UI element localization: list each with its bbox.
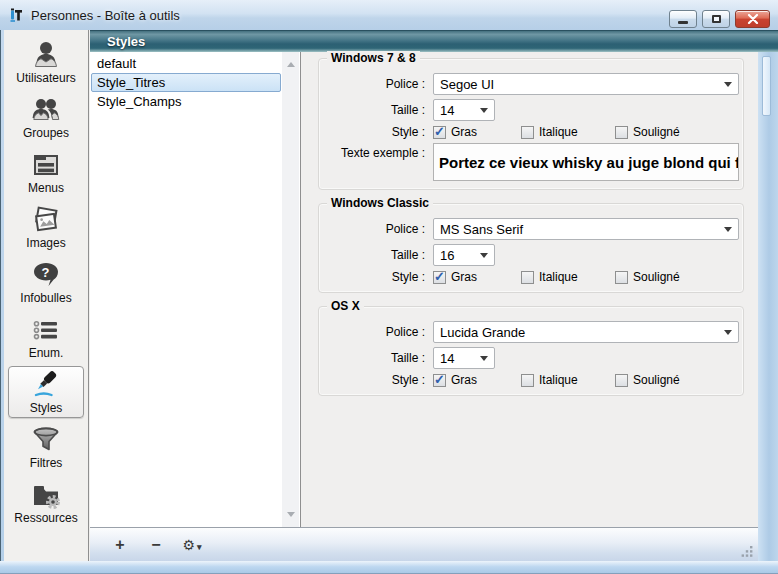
- taille-select[interactable]: 14: [433, 99, 495, 121]
- chevron-down-icon: [724, 227, 732, 236]
- police-select[interactable]: MS Sans Serif: [433, 218, 739, 240]
- client-area: Utilisateurs Groupes: [4, 30, 758, 561]
- checkbox-icon: [615, 126, 628, 139]
- style-editor: Windows 7 & 8 Police : Segoe UI Taille :…: [302, 52, 758, 527]
- sidebar-item-label: Ressources: [14, 511, 77, 525]
- scrollbar-down-button[interactable]: [282, 508, 299, 525]
- sidebar: Utilisateurs Groupes: [4, 30, 89, 561]
- police-label: Police :: [329, 77, 425, 91]
- chevron-down-icon: [724, 330, 732, 339]
- sidebar-item-groupes[interactable]: Groupes: [8, 91, 84, 143]
- header-edge-cap: [758, 30, 778, 52]
- taille-select[interactable]: 16: [433, 244, 495, 266]
- checkbox-icon: [521, 374, 534, 387]
- checkbox-souligne[interactable]: Souligné: [615, 125, 680, 139]
- sample-text: Portez ce vieux whisky au juge blond qui…: [439, 154, 739, 171]
- svg-text:?: ?: [42, 265, 50, 280]
- group-osx: OS X Police : Lucida Grande Taille : 14: [318, 306, 744, 396]
- police-value: Lucida Grande: [440, 325, 525, 340]
- sidebar-item-filtres[interactable]: Filtres: [8, 421, 84, 473]
- list-item-style-titres[interactable]: Style_Titres: [91, 73, 281, 92]
- gear-icon: ⚙: [182, 537, 195, 553]
- style-label: Style :: [329, 125, 425, 139]
- styles-list: default Style_Titres Style_Champs: [90, 52, 301, 527]
- police-value: Segoe UI: [440, 77, 494, 92]
- police-select[interactable]: Lucida Grande: [433, 321, 739, 343]
- sidebar-item-menus[interactable]: Menus: [8, 146, 84, 198]
- checkbox-icon: [433, 271, 446, 284]
- panel-header: Styles: [90, 30, 758, 52]
- checkbox-gras[interactable]: Gras: [433, 125, 521, 139]
- list-item-style-champs[interactable]: Style_Champs: [91, 92, 281, 111]
- sidebar-item-styles[interactable]: Styles: [8, 366, 84, 418]
- chevron-down-icon: [480, 253, 488, 262]
- sidebar-item-images[interactable]: Images: [8, 201, 84, 253]
- caret-down-icon: ▾: [197, 542, 202, 552]
- add-style-button[interactable]: +: [108, 537, 132, 553]
- remove-style-button[interactable]: −: [144, 537, 168, 553]
- maximize-button[interactable]: [702, 10, 730, 28]
- police-value: MS Sans Serif: [440, 222, 523, 237]
- sidebar-item-enum[interactable]: Enum.: [8, 311, 84, 363]
- minimize-button[interactable]: [669, 10, 697, 28]
- sidebar-item-utilisateurs[interactable]: Utilisateurs: [8, 36, 84, 88]
- actions-menu-button[interactable]: ⚙▾: [180, 537, 204, 553]
- sidebar-item-infobulles[interactable]: ? Infobulles: [8, 256, 84, 308]
- checkbox-souligne[interactable]: Souligné: [615, 270, 680, 284]
- checkbox-gras[interactable]: Gras: [433, 373, 521, 387]
- tooltip-bubble-icon: ?: [30, 259, 62, 291]
- panel-header-title: Styles: [107, 34, 145, 49]
- style-pen-icon: [30, 369, 62, 401]
- user-icon: [30, 39, 62, 71]
- checkbox-icon: [521, 271, 534, 284]
- style-label: Style :: [329, 270, 425, 284]
- sidebar-item-label: Utilisateurs: [16, 71, 75, 85]
- list-item-default[interactable]: default: [91, 54, 281, 73]
- sidebar-item-label: Images: [26, 236, 65, 250]
- taille-value: 16: [440, 248, 454, 263]
- taille-select[interactable]: 14: [433, 347, 495, 369]
- police-select[interactable]: Segoe UI: [433, 73, 739, 95]
- group-windows7-8: Windows 7 & 8 Police : Segoe UI Taille :…: [318, 58, 744, 190]
- style-label: Style :: [329, 373, 425, 387]
- group-title: OS X: [327, 299, 364, 313]
- maximize-icon: [712, 15, 721, 23]
- taille-value: 14: [440, 351, 454, 366]
- checkbox-gras[interactable]: Gras: [433, 270, 521, 284]
- minimize-icon: [678, 21, 688, 24]
- close-button[interactable]: [735, 10, 770, 28]
- list-icon: [30, 314, 62, 346]
- scrollbar-up-button[interactable]: [282, 54, 299, 71]
- sample-label: Texte exemple :: [329, 143, 425, 160]
- window-bottom-border: [0, 561, 778, 574]
- app-icon: [9, 7, 25, 23]
- group-title: Windows 7 & 8: [327, 51, 420, 65]
- sidebar-item-label: Filtres: [30, 456, 63, 470]
- sidebar-item-label: Groupes: [23, 126, 69, 140]
- sidebar-item-label: Enum.: [29, 346, 64, 360]
- titlebar[interactable]: Personnes - Boîte à outils: [0, 0, 778, 30]
- taille-label: Taille :: [329, 351, 425, 365]
- scrollbar-up-arrow-icon: [287, 58, 295, 67]
- filter-funnel-icon: [30, 424, 62, 456]
- checkbox-italique[interactable]: Italique: [521, 373, 615, 387]
- checkbox-icon: [521, 126, 534, 139]
- images-icon: [30, 204, 62, 236]
- checkbox-italique[interactable]: Italique: [521, 270, 615, 284]
- sidebar-item-label: Infobulles: [20, 291, 71, 305]
- checkbox-italique[interactable]: Italique: [521, 125, 615, 139]
- chevron-down-icon: [480, 356, 488, 365]
- list-scrollbar[interactable]: [282, 52, 299, 527]
- window-title: Personnes - Boîte à outils: [31, 8, 180, 23]
- checkbox-souligne[interactable]: Souligné: [615, 373, 680, 387]
- resize-grip[interactable]: [741, 545, 754, 558]
- checkbox-icon: [615, 374, 628, 387]
- taille-value: 14: [440, 103, 454, 118]
- app-window: Personnes - Boîte à outils Utilisateurs: [0, 0, 778, 574]
- scrollbar-down-arrow-icon: [287, 512, 295, 521]
- main-scrollbar[interactable]: [758, 30, 778, 561]
- sidebar-item-ressources[interactable]: Ressources: [8, 476, 84, 528]
- group-windows-classic: Windows Classic Police : MS Sans Serif T…: [318, 203, 744, 293]
- sample-text-box: Portez ce vieux whisky au juge blond qui…: [433, 143, 739, 181]
- main-scrollbar-thumb[interactable]: [762, 56, 771, 116]
